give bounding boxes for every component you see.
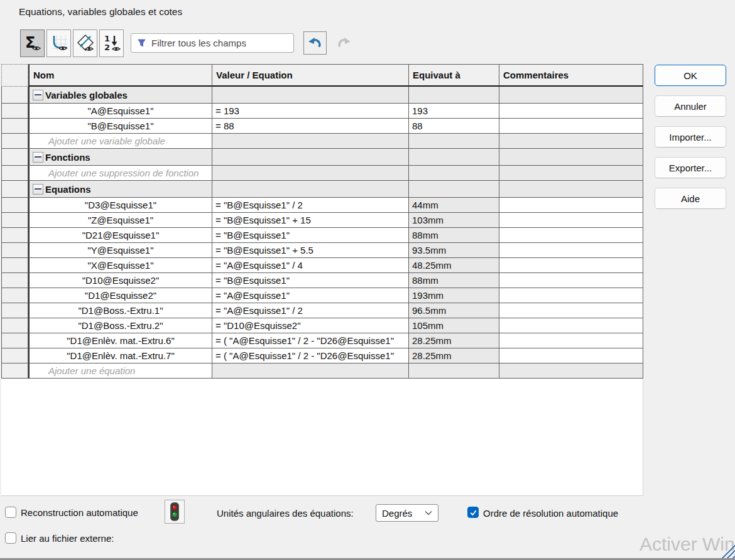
row-selector-cell[interactable] <box>1 213 28 228</box>
value-cell[interactable]: = "B@Esquisse1" <box>212 228 409 243</box>
toolbar-ordered-view-button[interactable]: 12 <box>99 30 124 57</box>
name-cell[interactable]: "D3@Esquisse1" <box>28 198 212 213</box>
exporter-button[interactable]: Exporter... <box>655 157 726 178</box>
value-cell[interactable]: = ( "A@Esquisse1" / 2 - "D26@Esquisse1" <box>212 348 409 363</box>
toolbar-equation-view-button[interactable]: Σ <box>20 30 45 57</box>
value-cell[interactable]: = 88 <box>212 119 409 134</box>
comment-cell[interactable] <box>499 348 643 363</box>
name-cell[interactable]: "D1@Boss.-Extru.2" <box>28 318 212 333</box>
value-cell[interactable]: = 193 <box>212 104 409 119</box>
auto-rebuild-checkbox[interactable] <box>5 507 16 518</box>
value-cell[interactable]: = "D10@Esquisse2" <box>212 318 409 333</box>
placeholder-row: Ajouter une variable globale <box>1 134 643 149</box>
dialog-title: Equations, variables globales et cotes <box>19 6 182 18</box>
name-cell[interactable]: "D21@Esquisse1" <box>28 228 212 243</box>
collapse-minus-icon[interactable] <box>33 184 43 195</box>
comment-cell[interactable] <box>499 303 643 318</box>
placeholder-row: Ajouter une équation <box>1 363 643 379</box>
comment-cell[interactable] <box>499 243 643 258</box>
equals-cell[interactable]: 193 <box>409 104 499 119</box>
row-selector-cell[interactable] <box>1 119 28 134</box>
comment-cell[interactable] <box>499 273 643 288</box>
name-cell[interactable]: "D1@Boss.-Extru.1" <box>28 303 212 318</box>
value-cell[interactable]: = "A@Esquisse1" <box>212 288 409 303</box>
comment-cell[interactable] <box>499 258 643 273</box>
importer-button[interactable]: Importer... <box>655 126 726 148</box>
comment-cell[interactable] <box>499 198 643 213</box>
comment-cell[interactable] <box>499 333 643 348</box>
toolbar: Σ12 <box>20 30 124 57</box>
value-cell[interactable]: = "B@Esquisse1" + 15 <box>212 213 409 228</box>
filter-input[interactable]: Filtrer tous les champs <box>131 33 294 53</box>
collapse-minus-icon[interactable] <box>33 90 43 100</box>
angular-units-label: Unités angulaires des équations: <box>217 508 354 519</box>
value-cell[interactable]: = "B@Esquisse1" / 2 <box>212 198 409 213</box>
row-selector-cell[interactable] <box>1 258 28 273</box>
aide-button[interactable]: Aide <box>655 188 726 209</box>
value-cell[interactable]: = "B@Esquisse1" + 5.5 <box>212 243 409 258</box>
row-selector-cell[interactable] <box>1 166 28 181</box>
equals-cell <box>409 87 499 104</box>
name-cell[interactable]: "X@Esquisse1" <box>28 258 212 273</box>
table-row: "D1@Boss.-Extru.1"= "A@Esquisse1" / 296.… <box>1 303 643 318</box>
row-selector-cell[interactable] <box>1 363 28 379</box>
row-selector-cell[interactable] <box>1 303 28 318</box>
rebuild-status-button[interactable] <box>165 500 185 524</box>
comment-cell[interactable] <box>499 228 643 243</box>
comment-cell[interactable] <box>499 119 643 134</box>
name-cell[interactable]: "D1@Enlèv. mat.-Extru.7" <box>28 348 212 363</box>
group-name-cell[interactable]: Equations <box>28 181 212 198</box>
add-entry-cell[interactable]: Ajouter une variable globale <box>28 134 212 149</box>
name-cell[interactable]: "Y@Esquisse1" <box>28 243 212 258</box>
name-cell[interactable]: "D1@Enlèv. mat.-Extru.6" <box>28 333 212 348</box>
ordered-list-eye-icon: 12 <box>102 33 121 54</box>
value-cell[interactable]: = ( "A@Esquisse1" / 2 - "D26@Esquisse1" <box>212 333 409 348</box>
row-selector-cell[interactable] <box>1 243 28 258</box>
add-entry-cell[interactable]: Ajouter une équation <box>28 363 212 379</box>
value-cell[interactable]: = "B@Esquisse1" <box>212 273 409 288</box>
row-selector-cell[interactable] <box>1 273 28 288</box>
sketch-eye-icon <box>50 33 68 54</box>
auto-order-checkbox[interactable] <box>467 507 479 518</box>
equals-cell[interactable]: 88 <box>409 119 499 134</box>
row-selector-cell[interactable] <box>1 134 28 149</box>
equals-cell: 48.25mm <box>409 258 499 273</box>
row-selector-cell[interactable] <box>1 288 28 303</box>
angular-units-select[interactable]: Degrés <box>376 504 438 522</box>
comment-cell[interactable] <box>499 213 643 228</box>
row-selector-cell[interactable] <box>1 149 28 166</box>
sigma-eye-icon: Σ <box>23 33 42 54</box>
value-cell[interactable]: = "A@Esquisse1" / 2 <box>212 303 409 318</box>
name-cell[interactable]: "D1@Esquisse2" <box>28 288 212 303</box>
collapse-minus-icon[interactable] <box>33 152 43 163</box>
name-cell[interactable]: "A@Esquisse1" <box>28 104 212 119</box>
equals-cell: 28.25mm <box>409 348 499 363</box>
value-cell[interactable]: = "A@Esquisse1" / 4 <box>212 258 409 273</box>
undo-button[interactable] <box>303 31 327 55</box>
link-external-checkbox[interactable] <box>5 532 16 544</box>
toolbar-sketch-view-button[interactable] <box>46 30 71 57</box>
column-header-val: Valeur / Equation <box>212 64 409 87</box>
annuler-button[interactable]: Annuler <box>655 95 726 117</box>
row-selector-cell[interactable] <box>1 348 28 363</box>
group-name-cell[interactable]: Fonctions <box>28 149 212 166</box>
group-name-cell[interactable]: Variables globales <box>28 87 212 104</box>
comment-cell <box>499 134 643 149</box>
ok-button[interactable]: OK <box>655 65 726 86</box>
name-cell[interactable]: "D10@Esquisse2" <box>28 273 212 288</box>
row-selector-cell[interactable] <box>1 318 28 333</box>
row-selector-cell[interactable] <box>1 87 28 104</box>
comment-cell[interactable] <box>499 104 643 119</box>
equations-dialog: { "dialog": { "title": "Equations, varia… <box>0 0 735 560</box>
name-cell[interactable]: "B@Esquisse1" <box>28 119 212 134</box>
row-selector-cell[interactable] <box>1 198 28 213</box>
toolbar-dimension-view-button[interactable] <box>73 30 97 57</box>
comment-cell[interactable] <box>499 288 643 303</box>
row-selector-cell[interactable] <box>1 228 28 243</box>
row-selector-cell[interactable] <box>1 333 28 348</box>
add-entry-cell[interactable]: Ajouter une suppression de fonction <box>28 166 212 181</box>
row-selector-cell[interactable] <box>1 104 28 119</box>
row-selector-cell[interactable] <box>1 181 28 198</box>
comment-cell[interactable] <box>499 318 643 333</box>
name-cell[interactable]: "Z@Esquisse1" <box>28 213 212 228</box>
